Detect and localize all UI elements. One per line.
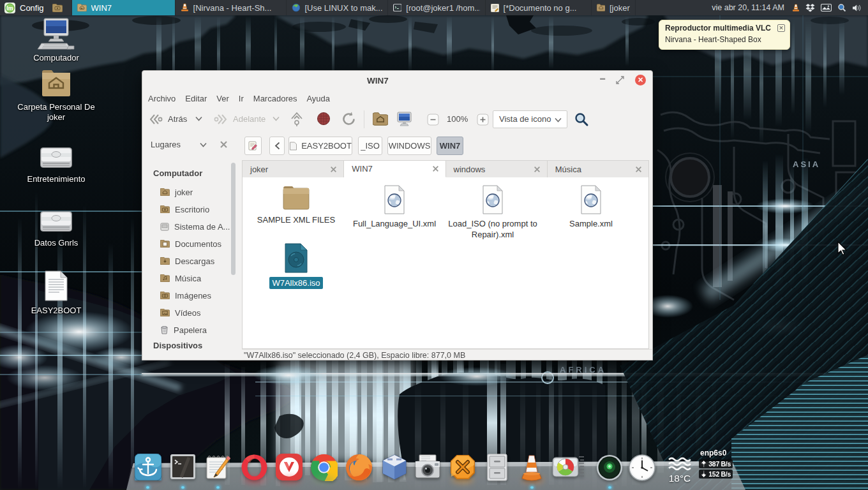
svg-text:lm: lm [6, 5, 13, 11]
svg-text:ASIA: ASIA [793, 160, 820, 169]
svg-text:AFRICA: AFRICA [560, 365, 606, 375]
